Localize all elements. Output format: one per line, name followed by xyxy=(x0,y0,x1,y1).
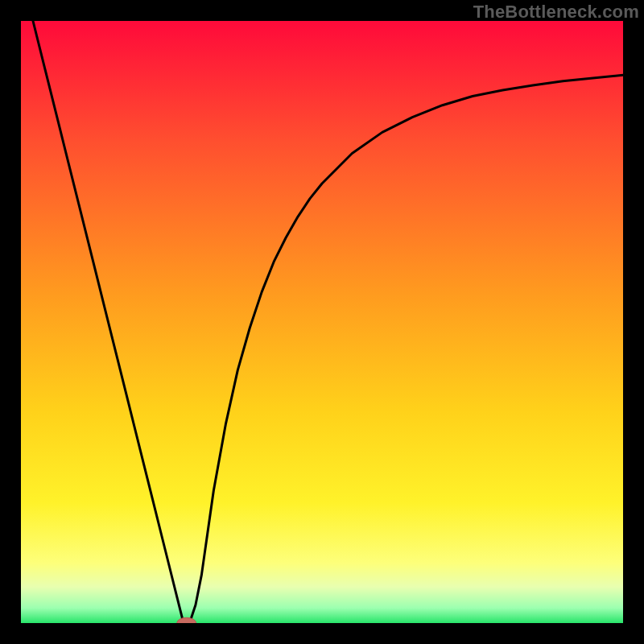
chart-svg xyxy=(21,21,623,623)
watermark-text: TheBottleneck.com xyxy=(473,2,639,23)
gradient-background xyxy=(21,21,623,623)
chart-frame: TheBottleneck.com xyxy=(0,0,644,644)
plot-area xyxy=(21,21,623,623)
